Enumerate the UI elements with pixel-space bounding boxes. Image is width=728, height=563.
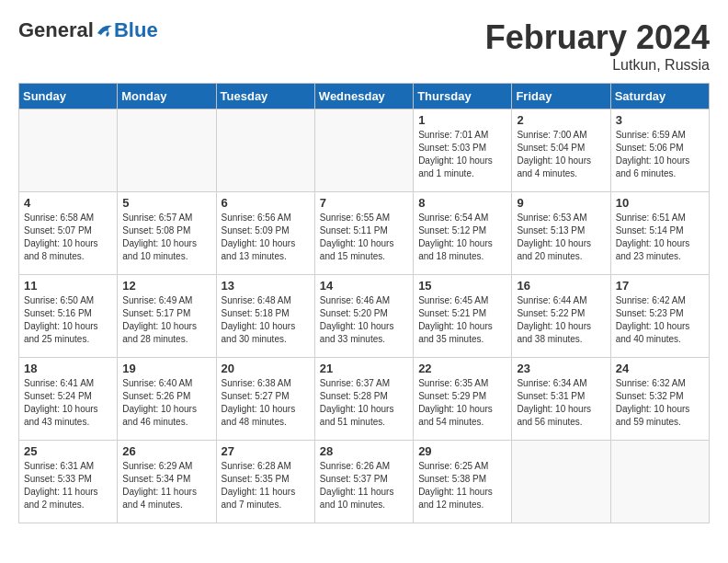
day-number: 26 bbox=[122, 444, 210, 458]
column-header-monday: Monday bbox=[118, 84, 216, 109]
calendar-cell: 23Sunrise: 6:34 AM Sunset: 5:31 PM Dayli… bbox=[512, 358, 610, 441]
day-info: Sunrise: 6:41 AM Sunset: 5:24 PM Dayligh… bbox=[24, 377, 112, 429]
calendar-cell: 25Sunrise: 6:31 AM Sunset: 5:33 PM Dayli… bbox=[19, 441, 118, 523]
day-info: Sunrise: 6:46 AM Sunset: 5:20 PM Dayligh… bbox=[320, 294, 408, 346]
day-number: 12 bbox=[122, 279, 210, 293]
column-header-tuesday: Tuesday bbox=[216, 84, 314, 109]
day-number: 15 bbox=[418, 279, 506, 293]
day-number: 24 bbox=[616, 362, 704, 375]
day-info: Sunrise: 6:35 AM Sunset: 5:29 PM Dayligh… bbox=[418, 377, 506, 429]
day-info: Sunrise: 6:51 AM Sunset: 5:14 PM Dayligh… bbox=[616, 212, 704, 263]
day-info: Sunrise: 6:40 AM Sunset: 5:26 PM Dayligh… bbox=[122, 377, 210, 429]
day-info: Sunrise: 6:54 AM Sunset: 5:12 PM Dayligh… bbox=[418, 212, 506, 263]
day-number: 8 bbox=[418, 196, 506, 210]
day-number: 22 bbox=[418, 362, 506, 375]
day-info: Sunrise: 6:56 AM Sunset: 5:09 PM Dayligh… bbox=[222, 212, 310, 263]
calendar-cell bbox=[19, 109, 118, 192]
day-info: Sunrise: 7:00 AM Sunset: 5:04 PM Dayligh… bbox=[517, 129, 605, 180]
day-info: Sunrise: 6:42 AM Sunset: 5:23 PM Dayligh… bbox=[616, 294, 704, 346]
day-info: Sunrise: 6:55 AM Sunset: 5:11 PM Dayligh… bbox=[320, 212, 408, 263]
day-info: Sunrise: 6:45 AM Sunset: 5:21 PM Dayligh… bbox=[418, 294, 506, 346]
day-number: 17 bbox=[616, 279, 704, 293]
day-info: Sunrise: 6:26 AM Sunset: 5:37 PM Dayligh… bbox=[320, 460, 408, 511]
calendar-cell: 9Sunrise: 6:53 AM Sunset: 5:13 PM Daylig… bbox=[512, 192, 610, 275]
title-block: February 2024 Lutkun, Russia bbox=[485, 18, 710, 74]
day-info: Sunrise: 6:48 AM Sunset: 5:18 PM Dayligh… bbox=[222, 294, 310, 346]
calendar-cell bbox=[610, 441, 709, 523]
calendar-title: February 2024 bbox=[485, 18, 710, 57]
calendar-cell bbox=[118, 109, 216, 192]
day-info: Sunrise: 6:32 AM Sunset: 5:32 PM Dayligh… bbox=[616, 377, 704, 429]
day-number: 7 bbox=[320, 196, 408, 210]
calendar-cell: 2Sunrise: 7:00 AM Sunset: 5:04 PM Daylig… bbox=[512, 109, 610, 192]
day-number: 18 bbox=[24, 362, 112, 375]
day-info: Sunrise: 6:38 AM Sunset: 5:27 PM Dayligh… bbox=[222, 377, 310, 429]
logo-general: General bbox=[18, 18, 94, 42]
day-info: Sunrise: 6:37 AM Sunset: 5:28 PM Dayligh… bbox=[320, 377, 408, 429]
day-number: 19 bbox=[122, 362, 210, 375]
calendar-cell: 8Sunrise: 6:54 AM Sunset: 5:12 PM Daylig… bbox=[414, 192, 512, 275]
calendar-subtitle: Lutkun, Russia bbox=[485, 57, 710, 74]
day-info: Sunrise: 6:53 AM Sunset: 5:13 PM Dayligh… bbox=[517, 212, 605, 263]
column-header-saturday: Saturday bbox=[610, 84, 709, 109]
day-info: Sunrise: 6:29 AM Sunset: 5:34 PM Dayligh… bbox=[122, 460, 210, 511]
day-number: 29 bbox=[418, 444, 506, 458]
calendar-cell: 15Sunrise: 6:45 AM Sunset: 5:21 PM Dayli… bbox=[414, 275, 512, 358]
column-header-wednesday: Wednesday bbox=[314, 84, 413, 109]
calendar-cell: 19Sunrise: 6:40 AM Sunset: 5:26 PM Dayli… bbox=[118, 358, 216, 441]
day-number: 9 bbox=[517, 196, 605, 210]
day-number: 23 bbox=[517, 362, 605, 375]
calendar-cell bbox=[216, 109, 314, 192]
column-header-thursday: Thursday bbox=[414, 84, 512, 109]
page-header: General Blue February 2024 Lutkun, Russi… bbox=[18, 18, 710, 74]
day-number: 5 bbox=[122, 196, 210, 210]
calendar-cell: 14Sunrise: 6:46 AM Sunset: 5:20 PM Dayli… bbox=[314, 275, 413, 358]
day-number: 11 bbox=[24, 279, 112, 293]
day-number: 2 bbox=[517, 113, 605, 127]
day-number: 10 bbox=[616, 196, 704, 210]
day-number: 21 bbox=[320, 362, 408, 375]
calendar-cell: 12Sunrise: 6:49 AM Sunset: 5:17 PM Dayli… bbox=[118, 275, 216, 358]
day-number: 16 bbox=[517, 279, 605, 293]
day-info: Sunrise: 6:25 AM Sunset: 5:38 PM Dayligh… bbox=[418, 460, 506, 511]
calendar-cell: 13Sunrise: 6:48 AM Sunset: 5:18 PM Dayli… bbox=[216, 275, 314, 358]
day-number: 25 bbox=[24, 444, 112, 458]
logo-blue: Blue bbox=[114, 18, 158, 42]
day-number: 4 bbox=[24, 196, 112, 210]
calendar-cell: 6Sunrise: 6:56 AM Sunset: 5:09 PM Daylig… bbox=[216, 192, 314, 275]
calendar-cell: 5Sunrise: 6:57 AM Sunset: 5:08 PM Daylig… bbox=[118, 192, 216, 275]
day-info: Sunrise: 7:01 AM Sunset: 5:03 PM Dayligh… bbox=[418, 129, 506, 180]
day-info: Sunrise: 6:58 AM Sunset: 5:07 PM Dayligh… bbox=[24, 212, 112, 263]
day-info: Sunrise: 6:57 AM Sunset: 5:08 PM Dayligh… bbox=[122, 212, 210, 263]
logo: General Blue bbox=[18, 18, 158, 42]
column-header-friday: Friday bbox=[512, 84, 610, 109]
calendar-cell: 1Sunrise: 7:01 AM Sunset: 5:03 PM Daylig… bbox=[414, 109, 512, 192]
day-info: Sunrise: 6:50 AM Sunset: 5:16 PM Dayligh… bbox=[24, 294, 112, 346]
calendar-cell: 17Sunrise: 6:42 AM Sunset: 5:23 PM Dayli… bbox=[610, 275, 709, 358]
day-number: 20 bbox=[222, 362, 310, 375]
calendar-table: SundayMondayTuesdayWednesdayThursdayFrid… bbox=[18, 83, 710, 523]
day-info: Sunrise: 6:31 AM Sunset: 5:33 PM Dayligh… bbox=[24, 460, 112, 511]
calendar-cell: 26Sunrise: 6:29 AM Sunset: 5:34 PM Dayli… bbox=[118, 441, 216, 523]
calendar-cell: 20Sunrise: 6:38 AM Sunset: 5:27 PM Dayli… bbox=[216, 358, 314, 441]
calendar-cell: 24Sunrise: 6:32 AM Sunset: 5:32 PM Dayli… bbox=[610, 358, 709, 441]
calendar-cell: 3Sunrise: 6:59 AM Sunset: 5:06 PM Daylig… bbox=[610, 109, 709, 192]
day-number: 28 bbox=[320, 444, 408, 458]
calendar-cell: 27Sunrise: 6:28 AM Sunset: 5:35 PM Dayli… bbox=[216, 441, 314, 523]
day-number: 6 bbox=[222, 196, 310, 210]
calendar-cell: 16Sunrise: 6:44 AM Sunset: 5:22 PM Dayli… bbox=[512, 275, 610, 358]
calendar-cell: 28Sunrise: 6:26 AM Sunset: 5:37 PM Dayli… bbox=[314, 441, 413, 523]
calendar-cell: 18Sunrise: 6:41 AM Sunset: 5:24 PM Dayli… bbox=[19, 358, 118, 441]
day-info: Sunrise: 6:49 AM Sunset: 5:17 PM Dayligh… bbox=[122, 294, 210, 346]
calendar-cell: 10Sunrise: 6:51 AM Sunset: 5:14 PM Dayli… bbox=[610, 192, 709, 275]
column-header-sunday: Sunday bbox=[19, 84, 118, 109]
day-number: 1 bbox=[418, 113, 506, 127]
calendar-cell: 29Sunrise: 6:25 AM Sunset: 5:38 PM Dayli… bbox=[414, 441, 512, 523]
day-number: 14 bbox=[320, 279, 408, 293]
day-info: Sunrise: 6:34 AM Sunset: 5:31 PM Dayligh… bbox=[517, 377, 605, 429]
bird-icon bbox=[96, 22, 114, 39]
calendar-cell: 4Sunrise: 6:58 AM Sunset: 5:07 PM Daylig… bbox=[19, 192, 118, 275]
calendar-cell: 7Sunrise: 6:55 AM Sunset: 5:11 PM Daylig… bbox=[314, 192, 413, 275]
day-number: 27 bbox=[222, 444, 310, 458]
day-number: 3 bbox=[616, 113, 704, 127]
